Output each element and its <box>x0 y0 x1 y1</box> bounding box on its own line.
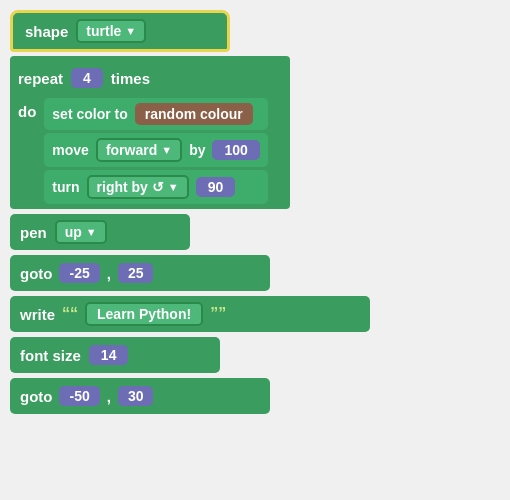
repeat-value: 4 <box>83 70 91 86</box>
repeat-row: repeat 4 times <box>18 61 282 95</box>
times-label: times <box>111 70 150 87</box>
pen-arrow: ▼ <box>86 226 97 238</box>
do-row: do set color to random colour move forwa… <box>18 98 282 204</box>
move-value-pill[interactable]: 100 <box>212 140 259 160</box>
goto1-label: goto <box>20 265 52 282</box>
turn-direction-dropdown[interactable]: right by ↺ ▼ <box>87 175 189 199</box>
write-quote-close: ”” <box>210 305 226 323</box>
write-block: write ““ Learn Python! ”” <box>10 296 370 332</box>
goto2-x-pill[interactable]: -50 <box>59 386 99 406</box>
turn-value-pill[interactable]: 90 <box>196 177 236 197</box>
goto2-comma: , <box>107 388 111 405</box>
turn-block: turn right by ↺ ▼ 90 <box>44 170 268 204</box>
write-value-pill[interactable]: Learn Python! <box>85 302 203 326</box>
random-colour-pill[interactable]: random colour <box>135 103 253 125</box>
goto1-x: -25 <box>69 265 89 281</box>
turn-direction-arrow: ▼ <box>168 181 179 193</box>
turn-label: turn <box>52 179 79 195</box>
pen-dropdown[interactable]: up ▼ <box>55 220 107 244</box>
set-color-label: set color to <box>52 106 127 122</box>
pen-label: pen <box>20 224 47 241</box>
goto1-x-pill[interactable]: -25 <box>59 263 99 283</box>
font-size-value-pill[interactable]: 14 <box>89 345 129 365</box>
font-size-label: font size <box>20 347 81 364</box>
pen-block: pen up ▼ <box>10 214 190 250</box>
goto2-y-pill[interactable]: 30 <box>118 386 154 406</box>
goto1-y-pill[interactable]: 25 <box>118 263 154 283</box>
goto1-y: 25 <box>128 265 144 281</box>
pen-value: up <box>65 224 82 240</box>
move-direction-arrow: ▼ <box>161 144 172 156</box>
do-inner-blocks: set color to random colour move forward … <box>44 98 268 204</box>
repeat-value-pill[interactable]: 4 <box>71 68 103 88</box>
set-color-block: set color to random colour <box>44 98 268 130</box>
turn-direction: right by ↺ <box>97 179 164 195</box>
random-colour-label: random colour <box>145 106 243 122</box>
goto2-x: -50 <box>69 388 89 404</box>
write-label: write <box>20 306 55 323</box>
write-quote-open: ““ <box>62 305 78 323</box>
turn-value: 90 <box>208 179 224 195</box>
shape-value: turtle <box>86 23 121 39</box>
repeat-label: repeat <box>18 70 63 87</box>
goto2-y: 30 <box>128 388 144 404</box>
goto1-block: goto -25 , 25 <box>10 255 270 291</box>
goto2-label: goto <box>20 388 52 405</box>
move-by-label: by <box>189 142 205 158</box>
shape-label: shape <box>25 23 68 40</box>
move-label: move <box>52 142 89 158</box>
shape-dropdown[interactable]: turtle ▼ <box>76 19 146 43</box>
goto2-block: goto -50 , 30 <box>10 378 270 414</box>
move-direction-dropdown[interactable]: forward ▼ <box>96 138 182 162</box>
font-size-value: 14 <box>101 347 117 363</box>
do-label: do <box>18 103 36 120</box>
write-value: Learn Python! <box>97 306 191 322</box>
move-block: move forward ▼ by 100 <box>44 133 268 167</box>
goto1-comma: , <box>107 265 111 282</box>
shape-arrow: ▼ <box>125 25 136 37</box>
repeat-do-wrapper: repeat 4 times do set color to random co… <box>10 56 290 209</box>
font-size-block: font size 14 <box>10 337 220 373</box>
shape-block: shape turtle ▼ <box>10 10 230 52</box>
program-container: shape turtle ▼ repeat 4 times do set col… <box>10 10 370 414</box>
move-value: 100 <box>224 142 247 158</box>
move-direction: forward <box>106 142 157 158</box>
